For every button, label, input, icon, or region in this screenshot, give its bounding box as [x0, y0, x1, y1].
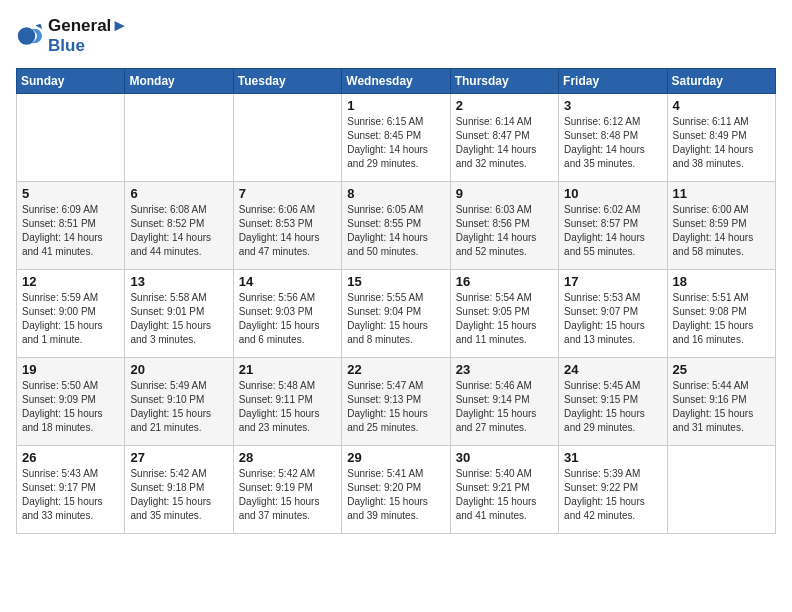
- calendar-cell: [125, 94, 233, 182]
- calendar-cell: [667, 446, 775, 534]
- day-info: Sunrise: 5:54 AMSunset: 9:05 PMDaylight:…: [456, 291, 553, 347]
- day-number: 30: [456, 450, 553, 465]
- calendar-cell: 15 Sunrise: 5:55 AMSunset: 9:04 PMDaylig…: [342, 270, 450, 358]
- day-info: Sunrise: 5:42 AMSunset: 9:19 PMDaylight:…: [239, 467, 336, 523]
- calendar-cell: 4 Sunrise: 6:11 AMSunset: 8:49 PMDayligh…: [667, 94, 775, 182]
- day-number: 4: [673, 98, 770, 113]
- day-info: Sunrise: 6:11 AMSunset: 8:49 PMDaylight:…: [673, 115, 770, 171]
- calendar-cell: [17, 94, 125, 182]
- calendar-cell: 16 Sunrise: 5:54 AMSunset: 9:05 PMDaylig…: [450, 270, 558, 358]
- calendar-cell: 6 Sunrise: 6:08 AMSunset: 8:52 PMDayligh…: [125, 182, 233, 270]
- day-number: 5: [22, 186, 119, 201]
- day-of-week-header: Saturday: [667, 69, 775, 94]
- calendar-cell: 5 Sunrise: 6:09 AMSunset: 8:51 PMDayligh…: [17, 182, 125, 270]
- day-info: Sunrise: 5:39 AMSunset: 9:22 PMDaylight:…: [564, 467, 661, 523]
- day-info: Sunrise: 5:40 AMSunset: 9:21 PMDaylight:…: [456, 467, 553, 523]
- calendar-cell: 26 Sunrise: 5:43 AMSunset: 9:17 PMDaylig…: [17, 446, 125, 534]
- day-number: 22: [347, 362, 444, 377]
- day-of-week-header: Sunday: [17, 69, 125, 94]
- calendar-cell: 23 Sunrise: 5:46 AMSunset: 9:14 PMDaylig…: [450, 358, 558, 446]
- day-number: 9: [456, 186, 553, 201]
- day-of-week-header: Friday: [559, 69, 667, 94]
- day-info: Sunrise: 5:48 AMSunset: 9:11 PMDaylight:…: [239, 379, 336, 435]
- day-number: 19: [22, 362, 119, 377]
- calendar-cell: 11 Sunrise: 6:00 AMSunset: 8:59 PMDaylig…: [667, 182, 775, 270]
- day-number: 18: [673, 274, 770, 289]
- svg-point-0: [18, 27, 36, 45]
- calendar-cell: 24 Sunrise: 5:45 AMSunset: 9:15 PMDaylig…: [559, 358, 667, 446]
- calendar-cell: 3 Sunrise: 6:12 AMSunset: 8:48 PMDayligh…: [559, 94, 667, 182]
- day-info: Sunrise: 5:44 AMSunset: 9:16 PMDaylight:…: [673, 379, 770, 435]
- day-info: Sunrise: 6:00 AMSunset: 8:59 PMDaylight:…: [673, 203, 770, 259]
- day-number: 16: [456, 274, 553, 289]
- day-info: Sunrise: 5:49 AMSunset: 9:10 PMDaylight:…: [130, 379, 227, 435]
- day-number: 23: [456, 362, 553, 377]
- day-number: 13: [130, 274, 227, 289]
- calendar-cell: 25 Sunrise: 5:44 AMSunset: 9:16 PMDaylig…: [667, 358, 775, 446]
- day-number: 21: [239, 362, 336, 377]
- logo: General► Blue: [16, 16, 128, 56]
- calendar-cell: 18 Sunrise: 5:51 AMSunset: 9:08 PMDaylig…: [667, 270, 775, 358]
- day-info: Sunrise: 6:12 AMSunset: 8:48 PMDaylight:…: [564, 115, 661, 171]
- day-info: Sunrise: 6:05 AMSunset: 8:55 PMDaylight:…: [347, 203, 444, 259]
- day-info: Sunrise: 6:06 AMSunset: 8:53 PMDaylight:…: [239, 203, 336, 259]
- day-info: Sunrise: 5:41 AMSunset: 9:20 PMDaylight:…: [347, 467, 444, 523]
- day-info: Sunrise: 6:14 AMSunset: 8:47 PMDaylight:…: [456, 115, 553, 171]
- day-number: 2: [456, 98, 553, 113]
- calendar-cell: 29 Sunrise: 5:41 AMSunset: 9:20 PMDaylig…: [342, 446, 450, 534]
- calendar-cell: 22 Sunrise: 5:47 AMSunset: 9:13 PMDaylig…: [342, 358, 450, 446]
- calendar-cell: 30 Sunrise: 5:40 AMSunset: 9:21 PMDaylig…: [450, 446, 558, 534]
- calendar-cell: 19 Sunrise: 5:50 AMSunset: 9:09 PMDaylig…: [17, 358, 125, 446]
- calendar-cell: 14 Sunrise: 5:56 AMSunset: 9:03 PMDaylig…: [233, 270, 341, 358]
- logo-icon: [16, 22, 44, 50]
- day-number: 25: [673, 362, 770, 377]
- day-number: 20: [130, 362, 227, 377]
- calendar-cell: 12 Sunrise: 5:59 AMSunset: 9:00 PMDaylig…: [17, 270, 125, 358]
- page-header: General► Blue: [16, 16, 776, 56]
- day-number: 15: [347, 274, 444, 289]
- day-info: Sunrise: 6:09 AMSunset: 8:51 PMDaylight:…: [22, 203, 119, 259]
- calendar-week-row: 26 Sunrise: 5:43 AMSunset: 9:17 PMDaylig…: [17, 446, 776, 534]
- calendar-header-row: SundayMondayTuesdayWednesdayThursdayFrid…: [17, 69, 776, 94]
- day-info: Sunrise: 5:53 AMSunset: 9:07 PMDaylight:…: [564, 291, 661, 347]
- day-number: 29: [347, 450, 444, 465]
- day-info: Sunrise: 5:58 AMSunset: 9:01 PMDaylight:…: [130, 291, 227, 347]
- day-info: Sunrise: 5:59 AMSunset: 9:00 PMDaylight:…: [22, 291, 119, 347]
- calendar-cell: 1 Sunrise: 6:15 AMSunset: 8:45 PMDayligh…: [342, 94, 450, 182]
- day-number: 28: [239, 450, 336, 465]
- day-info: Sunrise: 5:47 AMSunset: 9:13 PMDaylight:…: [347, 379, 444, 435]
- calendar-cell: 28 Sunrise: 5:42 AMSunset: 9:19 PMDaylig…: [233, 446, 341, 534]
- calendar-cell: 2 Sunrise: 6:14 AMSunset: 8:47 PMDayligh…: [450, 94, 558, 182]
- day-info: Sunrise: 6:15 AMSunset: 8:45 PMDaylight:…: [347, 115, 444, 171]
- day-info: Sunrise: 5:55 AMSunset: 9:04 PMDaylight:…: [347, 291, 444, 347]
- calendar: SundayMondayTuesdayWednesdayThursdayFrid…: [16, 68, 776, 534]
- calendar-cell: 31 Sunrise: 5:39 AMSunset: 9:22 PMDaylig…: [559, 446, 667, 534]
- calendar-week-row: 19 Sunrise: 5:50 AMSunset: 9:09 PMDaylig…: [17, 358, 776, 446]
- day-number: 8: [347, 186, 444, 201]
- day-info: Sunrise: 6:02 AMSunset: 8:57 PMDaylight:…: [564, 203, 661, 259]
- calendar-cell: 20 Sunrise: 5:49 AMSunset: 9:10 PMDaylig…: [125, 358, 233, 446]
- calendar-cell: 21 Sunrise: 5:48 AMSunset: 9:11 PMDaylig…: [233, 358, 341, 446]
- day-number: 12: [22, 274, 119, 289]
- calendar-cell: 7 Sunrise: 6:06 AMSunset: 8:53 PMDayligh…: [233, 182, 341, 270]
- calendar-cell: 13 Sunrise: 5:58 AMSunset: 9:01 PMDaylig…: [125, 270, 233, 358]
- day-number: 31: [564, 450, 661, 465]
- calendar-week-row: 1 Sunrise: 6:15 AMSunset: 8:45 PMDayligh…: [17, 94, 776, 182]
- calendar-cell: 9 Sunrise: 6:03 AMSunset: 8:56 PMDayligh…: [450, 182, 558, 270]
- day-of-week-header: Tuesday: [233, 69, 341, 94]
- day-number: 27: [130, 450, 227, 465]
- day-number: 17: [564, 274, 661, 289]
- day-info: Sunrise: 5:50 AMSunset: 9:09 PMDaylight:…: [22, 379, 119, 435]
- day-number: 3: [564, 98, 661, 113]
- day-of-week-header: Wednesday: [342, 69, 450, 94]
- day-info: Sunrise: 5:56 AMSunset: 9:03 PMDaylight:…: [239, 291, 336, 347]
- day-info: Sunrise: 6:08 AMSunset: 8:52 PMDaylight:…: [130, 203, 227, 259]
- logo-text: General► Blue: [48, 16, 128, 56]
- calendar-cell: 10 Sunrise: 6:02 AMSunset: 8:57 PMDaylig…: [559, 182, 667, 270]
- day-number: 10: [564, 186, 661, 201]
- calendar-cell: 8 Sunrise: 6:05 AMSunset: 8:55 PMDayligh…: [342, 182, 450, 270]
- day-number: 26: [22, 450, 119, 465]
- day-number: 24: [564, 362, 661, 377]
- day-number: 11: [673, 186, 770, 201]
- day-info: Sunrise: 5:46 AMSunset: 9:14 PMDaylight:…: [456, 379, 553, 435]
